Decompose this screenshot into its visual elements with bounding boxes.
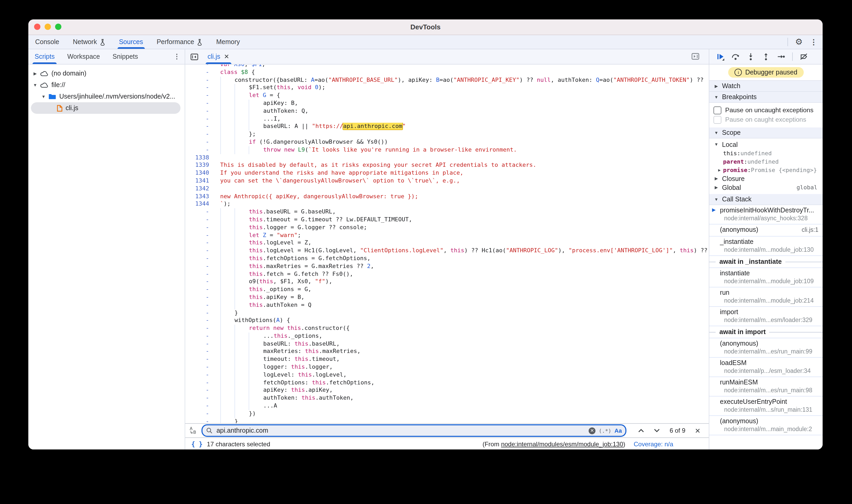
line-gutter[interactable]: - <box>185 278 214 286</box>
tree-item-users-jinhuilee-nvm-versions-node-v2-[interactable]: ▼Users/jinhuilee/.nvm/versions/node/v2..… <box>28 91 184 102</box>
code-line[interactable]: -this.baseURL = G.baseURL, <box>185 208 709 216</box>
code-line[interactable]: 1344`); <box>185 201 709 209</box>
code-viewer[interactable]: -var Xs0, $F1;-class $8 {-constructor({b… <box>185 65 709 423</box>
frame-location[interactable]: node:internal/m...module_job:214 <box>720 297 818 304</box>
step-over-button[interactable] <box>732 52 740 61</box>
code-line[interactable]: -this.fetchOptions = G.fetchOptions, <box>185 255 709 263</box>
tab-scripts[interactable]: Scripts <box>28 49 61 64</box>
clear-search-icon[interactable]: ✕ <box>589 427 596 434</box>
line-gutter[interactable]: 1343 <box>185 193 214 201</box>
previous-match-chevron-icon[interactable] <box>638 429 644 433</box>
code-line[interactable]: -}; <box>185 131 709 139</box>
code-line[interactable]: -...this._options, <box>185 332 709 340</box>
frame-location[interactable]: node:internal/m...es/run_main:99 <box>720 348 818 355</box>
frame-location[interactable]: node:internal/async_hooks:328 <box>720 215 818 222</box>
line-gutter[interactable]: - <box>185 263 214 270</box>
minimize-window-button[interactable] <box>45 23 51 30</box>
code-line[interactable]: -this.logLevel = Z, <box>185 239 709 247</box>
line-gutter[interactable]: - <box>185 108 214 115</box>
pretty-print-icon[interactable]: { } <box>191 440 202 448</box>
settings-gear-icon[interactable]: ⚙ <box>795 38 803 46</box>
code-line[interactable]: -}) <box>185 410 709 418</box>
code-line[interactable]: -this.authToken = Q <box>185 301 709 309</box>
call-stack-frame[interactable]: executeUserEntryPointnode:internal/m...s… <box>710 396 823 416</box>
line-gutter[interactable]: 1341 <box>185 177 214 185</box>
line-gutter[interactable]: - <box>185 286 214 294</box>
line-gutter[interactable]: - <box>185 232 214 239</box>
call-stack-frame[interactable]: (anonymous)cli.js:1 <box>710 224 823 236</box>
line-gutter[interactable]: - <box>185 395 214 402</box>
line-gutter[interactable]: - <box>185 208 214 216</box>
code-line[interactable]: -apiKey: B, <box>185 100 709 108</box>
call-stack-frame[interactable]: loadESMnode:internal/p.../esm_loader:34 <box>710 358 823 377</box>
code-line[interactable]: -withOptions(A) { <box>185 317 709 325</box>
resume-script-button[interactable] <box>716 52 725 61</box>
show-debugger-panel-icon[interactable] <box>692 53 699 60</box>
tab-performance[interactable]: Performance <box>150 35 209 49</box>
code-line[interactable]: -this.timeout = G.timeout ?? Lw.DEFAULT_… <box>185 216 709 224</box>
line-gutter[interactable]: - <box>185 69 214 76</box>
code-line[interactable]: 1343new Anthropic({ apiKey, dangerouslyA… <box>185 193 709 201</box>
frame-location[interactable]: node:internal/m...es/run_main:98 <box>720 386 818 394</box>
code-line[interactable]: -class $8 { <box>185 69 709 76</box>
module-link[interactable]: node:internal/modules/esm/module_job:130 <box>501 440 623 448</box>
line-gutter[interactable]: - <box>185 146 214 154</box>
more-options-kebab-icon[interactable]: ⋮ <box>810 38 817 46</box>
line-gutter[interactable]: - <box>185 92 214 100</box>
code-line[interactable]: 1340If you understand the risks and have… <box>185 169 709 177</box>
next-match-chevron-icon[interactable] <box>654 429 660 433</box>
tree-item--no-domain-[interactable]: ▶(no domain) <box>28 68 184 79</box>
code-line[interactable]: -this.maxRetries = G.maxRetries ?? 2, <box>185 263 709 270</box>
line-gutter[interactable]: - <box>185 410 214 418</box>
code-line[interactable]: -this.apiKey = B, <box>185 294 709 302</box>
frame-location[interactable]: node:internal/m...module_job:130 <box>720 246 818 253</box>
call-stack-frame[interactable]: ▶promiseInitHookWithDestroyTr...node:int… <box>710 205 823 224</box>
line-gutter[interactable]: 1338 <box>185 154 214 162</box>
line-gutter[interactable]: - <box>185 239 214 247</box>
line-gutter[interactable]: 1339 <box>185 162 214 170</box>
call-stack-frame[interactable]: importnode:internal/m...esm/loader:329 <box>710 307 823 326</box>
code-line[interactable]: -fetchOptions: this.fetchOptions, <box>185 379 709 387</box>
code-line[interactable]: -authToken: Q, <box>185 108 709 115</box>
call-stack-frame[interactable]: instantiatenode:internal/m...module_job:… <box>710 268 823 287</box>
frame-location[interactable]: node:internal/m...s/run_main:131 <box>720 406 818 413</box>
line-gutter[interactable]: - <box>185 224 214 232</box>
replace-toggle-icon[interactable]: A↳B <box>189 426 197 435</box>
line-gutter[interactable]: - <box>185 348 214 356</box>
line-gutter[interactable]: - <box>185 379 214 387</box>
code-line[interactable]: -timeout: this.timeout, <box>185 356 709 364</box>
line-gutter[interactable]: 1344 <box>185 201 214 209</box>
frame-location[interactable]: node:internal/m...esm/loader:329 <box>720 316 818 324</box>
code-line[interactable]: -logLevel: this.logLevel, <box>185 371 709 379</box>
code-line[interactable]: -var Xs0, $F1; <box>185 65 709 69</box>
line-gutter[interactable]: - <box>185 332 214 340</box>
step-into-button[interactable] <box>747 52 755 61</box>
code-line[interactable]: 1341you can set the \`dangerouslyAllowBr… <box>185 177 709 185</box>
line-gutter[interactable]: - <box>185 356 214 364</box>
code-line[interactable]: -maxRetries: this.maxRetries, <box>185 348 709 356</box>
line-gutter[interactable]: - <box>185 340 214 348</box>
code-line[interactable]: -$F1.set(this, void 0); <box>185 84 709 92</box>
regex-toggle-icon[interactable]: (.*) <box>599 428 611 433</box>
line-gutter[interactable]: - <box>185 371 214 379</box>
line-gutter[interactable]: - <box>185 270 214 278</box>
tab-sources[interactable]: Sources <box>112 35 150 49</box>
frame-location[interactable]: node:internal/p.../esm_loader:34 <box>720 367 818 375</box>
code-line[interactable]: -this.logLevel = Hc1(G.logLevel, "Client… <box>185 247 709 255</box>
line-gutter[interactable]: - <box>185 301 214 309</box>
code-line[interactable]: -} <box>185 309 709 317</box>
code-line[interactable]: -this.fetch = G.fetch ?? Fs0(), <box>185 270 709 278</box>
line-gutter[interactable]: - <box>185 123 214 131</box>
coverage-link[interactable]: Coverage: n/a <box>634 440 673 448</box>
scope-property[interactable]: this: undefined <box>710 149 823 157</box>
code-line[interactable]: -apiKey: this.apiKey, <box>185 387 709 395</box>
section-call-stack[interactable]: ▼Call Stack <box>710 194 823 205</box>
line-gutter[interactable]: - <box>185 418 214 423</box>
line-gutter[interactable]: - <box>185 139 214 146</box>
pause-uncaught-checkbox-row[interactable]: Pause on uncaught exceptions <box>714 105 823 115</box>
scope-property[interactable]: parent: undefined <box>710 157 823 166</box>
line-gutter[interactable]: - <box>185 387 214 395</box>
line-gutter[interactable]: - <box>185 294 214 302</box>
line-gutter[interactable]: - <box>185 402 214 410</box>
frame-location[interactable]: node:internal/m...module_job:109 <box>720 277 818 285</box>
